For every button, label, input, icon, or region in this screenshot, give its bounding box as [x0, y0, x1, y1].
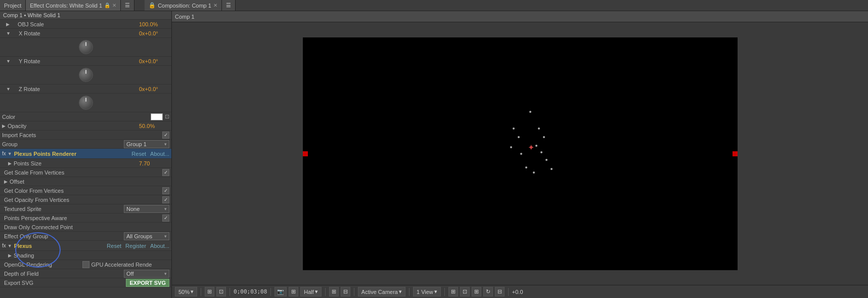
- tab-composition[interactable]: 🔒 Composition: Comp 1 ✕: [145, 0, 222, 11]
- prop-draw-connected[interactable]: Draw Only Connected Point: [0, 223, 171, 232]
- reset-btn-plexus[interactable]: Reset: [107, 243, 121, 249]
- sep-4: [325, 288, 326, 296]
- red-marker-left: [303, 151, 308, 156]
- prop-color[interactable]: Color ⊡: [0, 112, 171, 121]
- checkbox-get-scale[interactable]: [162, 169, 169, 176]
- sep-1: [201, 288, 201, 296]
- dropdown-textured-sprite[interactable]: None ▾: [124, 205, 169, 213]
- label-points-size: Points Size: [14, 160, 139, 166]
- reset-btn-points[interactable]: Reset: [131, 151, 146, 157]
- section-plexus-points[interactable]: fx ▼ Plexus Points Renderer Reset About.…: [0, 149, 171, 159]
- prop-obj-scale[interactable]: ▶ OBJ Scale 100.0%: [0, 20, 171, 29]
- panel-content[interactable]: ▶ OBJ Scale 100.0% ▼ X Rotate 0x+0.0° ▼ …: [0, 20, 171, 298]
- view-dropdown[interactable]: 1 View ▾: [413, 287, 441, 296]
- prop-opengl[interactable]: OpenGL Rendering GPU Accelerated Rende: [0, 260, 171, 269]
- dropdown-effect-group[interactable]: All Groups ▾: [124, 232, 169, 240]
- label-y-rotate: Y Rotate: [19, 58, 139, 64]
- chain-btn[interactable]: ⊞: [289, 287, 298, 296]
- color-swatch[interactable]: [151, 113, 163, 120]
- tab-effect-controls[interactable]: Effect Controls: White Solid 1 🔒 ✕: [26, 0, 121, 11]
- tab-close-comp[interactable]: ✕: [213, 3, 217, 8]
- sep-3: [270, 288, 271, 296]
- prop-z-rotate[interactable]: ▼ Z Rotate 0x+0.0°: [0, 84, 171, 94]
- point-4: [510, 146, 512, 148]
- label-get-scale: Get Scale From Vertices: [4, 169, 162, 176]
- tab-close-effect[interactable]: ✕: [112, 3, 116, 8]
- section-plexus[interactable]: fx ▼ Plexus Reset Register About...: [0, 241, 171, 251]
- active-camera-dropdown[interactable]: Active Camera ▾: [358, 287, 405, 296]
- prop-y-rotate[interactable]: ▼ Y Rotate 0x+0.0°: [0, 57, 171, 66]
- label-opacity: Opacity: [8, 123, 139, 129]
- prop-offset[interactable]: ▶ Offset: [0, 177, 171, 186]
- prop-textured-sprite[interactable]: Textured Sprite None ▾: [0, 204, 171, 214]
- triangle-offset: ▶: [4, 179, 8, 184]
- value-obj-scale[interactable]: 100.0%: [139, 21, 169, 27]
- value-z-rotate[interactable]: 0x+0.0°: [139, 86, 169, 92]
- prop-points-perspective[interactable]: Points Perspective Aware: [0, 214, 171, 223]
- prop-depth-field[interactable]: Depth of Field Off ▾: [0, 269, 171, 278]
- dropdown-group[interactable]: Group 1 ▾: [124, 140, 169, 148]
- tab-project[interactable]: Project: [0, 0, 26, 11]
- render-btn[interactable]: ⊞: [329, 287, 339, 296]
- prop-effect-group[interactable]: Effect Only Group All Groups ▾: [0, 232, 171, 241]
- timecode[interactable]: 0;00;03;08: [234, 288, 267, 295]
- knob-z-rotate[interactable]: [79, 96, 93, 110]
- point-6: [535, 145, 537, 147]
- register-btn-plexus[interactable]: Register: [125, 243, 146, 249]
- camera-btn[interactable]: 📷: [275, 287, 287, 296]
- grid-btn[interactable]: ⊞: [448, 287, 458, 296]
- dropdown-depth-field[interactable]: Off ▾: [124, 270, 169, 278]
- about-btn-points[interactable]: About...: [150, 151, 169, 157]
- triangle-plexus: ▼: [8, 243, 12, 248]
- knob-x-row: [0, 38, 171, 57]
- tab-composition-label: Composition: Comp 1: [158, 3, 211, 9]
- eyedrop-icon[interactable]: ⊡: [165, 113, 169, 120]
- about-btn-plexus[interactable]: About...: [150, 243, 169, 249]
- point-8: [543, 136, 545, 138]
- zoom-dropdown[interactable]: 50% ▾: [175, 287, 197, 296]
- label-x-rotate: X Rotate: [19, 30, 139, 36]
- prop-points-size[interactable]: ▶ Points Size 7.70: [0, 159, 171, 168]
- quality-arrow: ▾: [315, 288, 318, 295]
- value-y-rotate[interactable]: 0x+0.0°: [139, 58, 169, 64]
- rotate-btn[interactable]: ↻: [483, 287, 493, 296]
- knob-x-rotate[interactable]: [79, 40, 93, 54]
- section-actions-plexus: Reset Register About...: [107, 243, 169, 249]
- checkbox-get-opacity[interactable]: [162, 196, 169, 203]
- zoom-dropdown-arrow: ▾: [191, 288, 194, 295]
- label-effect-group: Effect Only Group: [4, 233, 124, 239]
- point-3: [518, 136, 520, 138]
- prop-get-color[interactable]: Get Color From Vertices: [0, 186, 171, 195]
- prop-export-svg[interactable]: Export SVG EXPORT SVG: [0, 278, 171, 287]
- export-svg-button[interactable]: EXPORT SVG: [126, 279, 169, 287]
- prop-x-rotate[interactable]: ▼ X Rotate 0x+0.0°: [0, 29, 171, 38]
- region-btn[interactable]: ⊟: [341, 287, 350, 296]
- triangle-shading: ▶: [8, 253, 12, 258]
- checkbox-get-color[interactable]: [162, 187, 169, 194]
- prop-group[interactable]: Group Group 1 ▾: [0, 140, 171, 149]
- breadcrumb: Comp 1 • White Solid 1: [0, 11, 171, 20]
- prop-import-facets[interactable]: Import Facets: [0, 131, 171, 140]
- quality-dropdown[interactable]: Half ▾: [300, 287, 322, 296]
- safe-zones-btn[interactable]: ⊡: [460, 287, 470, 296]
- checkbox-opengl[interactable]: [82, 261, 89, 268]
- 3d-view-btn[interactable]: ⊞: [472, 287, 481, 296]
- comp-tab-label[interactable]: Comp 1: [175, 14, 195, 20]
- checkbox-import-facets[interactable]: [162, 132, 169, 139]
- value-x-rotate[interactable]: 0x+0.0°: [139, 30, 169, 36]
- snap-btn[interactable]: ⊟: [495, 287, 505, 296]
- value-points-size[interactable]: 7.70: [139, 160, 169, 166]
- fit-btn[interactable]: ⊞: [205, 287, 214, 296]
- menu-icon: ☰: [125, 2, 130, 9]
- prop-shading[interactable]: ▶ Shading: [0, 251, 171, 260]
- tab-menu-left[interactable]: ☰: [121, 0, 134, 11]
- value-opacity[interactable]: 50.0%: [139, 123, 169, 129]
- tab-menu-right[interactable]: ☰: [222, 0, 236, 11]
- resize-btn[interactable]: ⊡: [216, 287, 226, 296]
- prop-get-scale[interactable]: Get Scale From Vertices: [0, 168, 171, 177]
- prop-opacity[interactable]: ▶ Opacity 50.0%: [0, 121, 171, 131]
- checkbox-points-perspective[interactable]: [162, 215, 169, 222]
- knob-y-rotate[interactable]: [79, 68, 93, 82]
- prop-get-opacity[interactable]: Get Opacity From Vertices: [0, 195, 171, 204]
- dropdown-effect-group-value: All Groups: [126, 233, 152, 239]
